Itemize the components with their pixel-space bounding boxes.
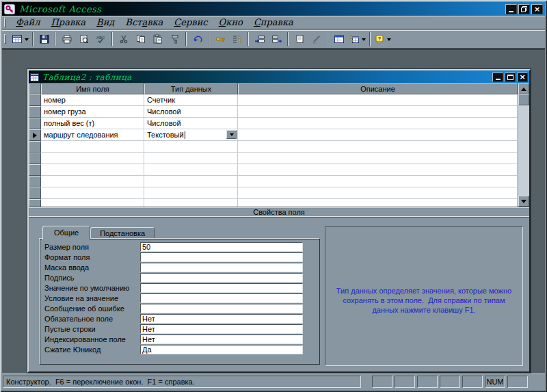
row-selector[interactable] bbox=[29, 187, 41, 199]
minimize-button[interactable] bbox=[505, 4, 517, 14]
data-type-cell[interactable] bbox=[144, 153, 238, 164]
close-button[interactable]: × bbox=[531, 4, 543, 14]
menu-item-окно[interactable]: Окно bbox=[213, 16, 248, 29]
column-header-data-type[interactable]: Тип данных bbox=[144, 83, 238, 94]
scroll-up-button[interactable] bbox=[518, 83, 529, 94]
row-selector[interactable] bbox=[29, 153, 41, 164]
description-cell[interactable] bbox=[238, 141, 518, 153]
property-value-field[interactable] bbox=[140, 273, 303, 283]
data-type-cell[interactable]: Числовой bbox=[144, 118, 238, 129]
child-close-button[interactable]: × bbox=[517, 73, 528, 82]
toolbar-grip-handle[interactable] bbox=[4, 34, 6, 44]
row-selector-current[interactable] bbox=[29, 129, 41, 141]
help-dropdown-caret-icon[interactable] bbox=[387, 38, 391, 43]
menubar-grip-handle[interactable] bbox=[4, 18, 6, 27]
copy-button[interactable] bbox=[132, 31, 149, 47]
data-type-cell[interactable]: Текстовый bbox=[144, 129, 238, 141]
row-selector-header[interactable] bbox=[29, 83, 41, 94]
property-value-field[interactable] bbox=[140, 304, 303, 313]
description-cell[interactable] bbox=[238, 199, 518, 207]
print-preview-button[interactable] bbox=[75, 31, 92, 47]
menu-item-вид[interactable]: Вид bbox=[91, 16, 120, 29]
child-minimize-button[interactable] bbox=[492, 73, 503, 82]
print-button[interactable] bbox=[58, 31, 75, 47]
column-header-description[interactable]: Описание bbox=[238, 83, 518, 94]
cut-button[interactable] bbox=[115, 31, 132, 47]
help-button[interactable]: ? bbox=[373, 31, 392, 47]
data-type-cell[interactable] bbox=[144, 187, 238, 199]
field-name-cell[interactable]: полный вес (т) bbox=[41, 118, 144, 129]
menu-item-файл[interactable]: Файл bbox=[10, 16, 45, 29]
tab-general[interactable]: Общие bbox=[42, 226, 90, 240]
menu-item-вставка[interactable]: Вставка bbox=[120, 16, 168, 29]
data-type-dropdown-button[interactable] bbox=[226, 130, 237, 139]
data-type-cell[interactable] bbox=[144, 164, 238, 176]
property-value-field[interactable]: Нет bbox=[140, 324, 303, 334]
view-table-dropdown-caret-icon[interactable] bbox=[25, 38, 29, 43]
delete-rows-button[interactable] bbox=[268, 31, 285, 47]
field-name-cell[interactable] bbox=[41, 153, 144, 164]
row-selector[interactable] bbox=[29, 199, 41, 207]
menu-item-сервис[interactable]: Сервис bbox=[168, 16, 213, 29]
child-maximize-button[interactable] bbox=[505, 73, 516, 82]
scrollbar-thumb[interactable] bbox=[518, 94, 529, 105]
field-name-cell[interactable] bbox=[41, 187, 144, 199]
property-value-field[interactable]: Да bbox=[140, 345, 303, 354]
properties-button[interactable] bbox=[291, 31, 308, 47]
field-name-cell[interactable] bbox=[41, 176, 144, 187]
property-value-field[interactable]: 50 bbox=[140, 242, 303, 252]
spelling-button[interactable]: ABC bbox=[92, 31, 109, 47]
column-header-field-name[interactable]: Имя поля bbox=[41, 83, 144, 94]
description-cell[interactable] bbox=[238, 129, 518, 141]
save-button[interactable] bbox=[36, 31, 53, 47]
description-cell[interactable] bbox=[238, 187, 518, 199]
undo-button[interactable] bbox=[189, 31, 206, 47]
new-object-button[interactable] bbox=[347, 31, 367, 47]
description-cell[interactable] bbox=[238, 106, 518, 118]
data-type-cell[interactable]: Счетчик bbox=[144, 94, 238, 106]
field-name-cell[interactable] bbox=[41, 164, 144, 176]
data-type-cell[interactable] bbox=[144, 199, 238, 207]
row-selector[interactable] bbox=[29, 176, 41, 187]
format-painter-button[interactable] bbox=[166, 31, 183, 47]
tab-lookup[interactable]: Подстановка bbox=[90, 227, 155, 239]
vertical-scrollbar[interactable] bbox=[518, 83, 529, 207]
description-cell[interactable] bbox=[238, 164, 518, 176]
field-name-cell[interactable]: номер bbox=[41, 94, 144, 106]
restore-button[interactable] bbox=[518, 4, 530, 14]
property-value-field[interactable] bbox=[140, 252, 303, 262]
indexes-button[interactable] bbox=[228, 31, 245, 47]
database-window-button[interactable] bbox=[330, 31, 347, 47]
menu-item-правка[interactable]: Правка bbox=[45, 16, 91, 29]
property-value-field[interactable] bbox=[140, 283, 303, 293]
field-name-cell[interactable]: номер груза bbox=[41, 106, 144, 118]
primary-key-button[interactable] bbox=[211, 31, 228, 47]
property-value-field[interactable]: Нет bbox=[140, 314, 303, 324]
view-table-button[interactable] bbox=[10, 31, 30, 47]
description-cell[interactable] bbox=[238, 94, 518, 106]
property-value-field[interactable] bbox=[140, 293, 303, 303]
insert-rows-button[interactable] bbox=[251, 31, 268, 47]
field-name-cell[interactable]: маршрут следования bbox=[41, 129, 144, 141]
row-selector[interactable] bbox=[29, 141, 41, 153]
row-selector[interactable] bbox=[29, 94, 41, 106]
property-value-field[interactable]: Нет bbox=[140, 335, 303, 344]
access-app-icon[interactable] bbox=[4, 4, 15, 14]
paste-button[interactable] bbox=[149, 31, 166, 47]
description-cell[interactable] bbox=[238, 176, 518, 187]
data-type-cell[interactable] bbox=[144, 141, 238, 153]
description-cell[interactable] bbox=[238, 118, 518, 129]
field-name-cell[interactable] bbox=[41, 141, 144, 153]
scroll-down-button[interactable] bbox=[518, 196, 529, 207]
row-selector[interactable] bbox=[29, 106, 41, 118]
property-value-field[interactable] bbox=[140, 263, 303, 272]
description-cell[interactable] bbox=[238, 153, 518, 164]
data-type-cell[interactable] bbox=[144, 176, 238, 187]
new-object-dropdown-caret-icon[interactable] bbox=[362, 38, 366, 43]
row-selector[interactable] bbox=[29, 164, 41, 176]
row-selector[interactable] bbox=[29, 118, 41, 129]
menu-item-справка[interactable]: Справка bbox=[248, 16, 299, 29]
field-name-cell[interactable] bbox=[41, 199, 144, 207]
scrollbar-track[interactable] bbox=[518, 105, 529, 196]
data-type-cell[interactable]: Числовой bbox=[144, 106, 238, 118]
